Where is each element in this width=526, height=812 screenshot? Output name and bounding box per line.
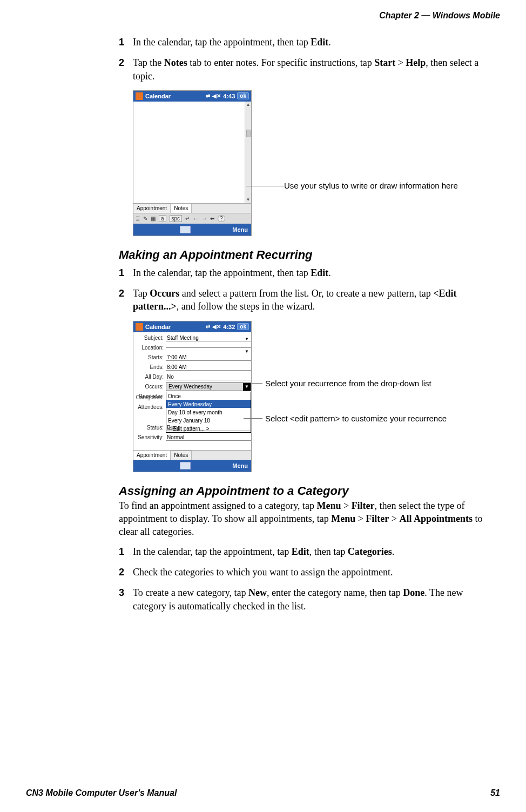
field-ends: Ends: 8:00 AM [133, 363, 251, 372]
step-text: To create a new category, tap New, enter… [133, 586, 495, 613]
step-text: In the calendar, tap the appointment, th… [133, 266, 495, 279]
occurs-value: Every Wednesday ▼ [166, 382, 251, 391]
figure-form-screenshot: Calendar ⇄ ◀✕ 4:32 ok Subject: Staff Mee… [133, 321, 495, 472]
occurs-option-selected: Every Wednesday [166, 400, 251, 408]
volume-icon: ◀✕ [212, 324, 221, 330]
list-item: 3 To create a new category, tap New, ent… [119, 586, 495, 613]
callout-leader-line [246, 186, 284, 186]
keyboard-icon [180, 462, 191, 469]
status-value: Busy [166, 425, 251, 431]
ok-button: ok [237, 92, 249, 99]
appointment-form: Subject: Staff Meeting▼ Location: ▼ Star… [133, 332, 251, 450]
tab-bar: Appointment Notes [133, 203, 251, 213]
vertical-scrollbar: ▲ ▼ [245, 102, 251, 203]
clock-time: 4:43 [223, 93, 235, 99]
sip-left-icon: ← [193, 216, 198, 222]
list-item: 1 In the calendar, tap the appointment, … [119, 545, 495, 558]
location-value: ▼ [166, 347, 251, 348]
callout-text: Select <edit pattern> to customize your … [265, 414, 447, 423]
occurs-option: Every January 18 [166, 416, 251, 424]
menu-softkey: Menu [232, 226, 248, 233]
menu-softkey: Menu [232, 462, 248, 469]
step-number: 2 [119, 287, 133, 313]
intro-step-list: 1 In the calendar, tap the appointment, … [119, 36, 495, 83]
sip-enter-icon: ↵ [185, 216, 190, 222]
pda-softkey-bar: Menu [133, 224, 251, 236]
field-occurs: Occurs: Every Wednesday ▼ [133, 382, 251, 392]
dropdown-button-icon: ▼ [243, 383, 251, 391]
tab-appointment: Appointment [133, 451, 171, 460]
pda-device: Calendar ⇄ ◀✕ 4:32 ok Subject: Staff Mee… [133, 321, 252, 472]
heading-recurring: Making an Appointment Recurring [119, 248, 495, 262]
sensitivity-value: Normal [166, 434, 251, 441]
connectivity-icon: ⇄ [206, 93, 210, 99]
step-text: In the calendar, tap the appointment, th… [133, 36, 495, 49]
scroll-down-icon: ▼ [246, 197, 251, 203]
ok-button: ok [237, 323, 249, 330]
tab-notes: Notes [171, 451, 192, 460]
keyboard-icon [180, 226, 191, 233]
notes-drawing-surface [133, 102, 245, 203]
step-number: 3 [119, 586, 133, 613]
step-number: 2 [119, 566, 133, 579]
sip-pen-icon: ✎ [143, 216, 147, 222]
sip-grid-icon: ▦ [151, 216, 156, 222]
sip-spc-key: spc [170, 215, 183, 222]
callout-leader-line [244, 418, 262, 419]
manual-title: CN3 Mobile Computer User's Manual [26, 788, 177, 798]
subject-value: Staff Meeting▼ [166, 335, 251, 341]
tab-bar: Appointment Notes [133, 450, 251, 460]
pda-softkey-bar: Menu [133, 460, 251, 472]
sip-toolbar: ≣ ✎ ▦ a spc ↵ ← → ⬅ ? [133, 213, 251, 224]
allday-value: No [166, 374, 251, 380]
callout-text: Select your recurrence from the drop-dow… [265, 379, 431, 388]
occurs-option: Once [166, 392, 251, 400]
step-text: Check the categories to which you want t… [133, 566, 495, 579]
callout-text: Use your stylus to write or draw informa… [284, 181, 458, 190]
step-number: 1 [119, 545, 133, 558]
field-starts: Starts: 7:00 AM [133, 353, 251, 363]
step-number: 2 [119, 56, 133, 83]
sip-help-icon: ? [218, 215, 225, 222]
step-text: In the calendar, tap the appointment, ta… [133, 545, 495, 558]
list-item: 1 In the calendar, tap the appointment, … [119, 36, 495, 49]
list-item: 2 Check the categories to which you want… [119, 566, 495, 579]
dropdown-caret-icon: ▼ [245, 337, 249, 341]
sip-a-key: a [159, 215, 166, 222]
dropdown-caret-icon: ▼ [245, 349, 249, 354]
app-title: Calendar [145, 93, 171, 99]
field-subject: Subject: Staff Meeting▼ [133, 333, 251, 343]
page-number: 51 [490, 788, 500, 798]
clock-time: 4:32 [223, 324, 235, 330]
volume-icon: ◀✕ [212, 93, 221, 99]
sip-right-icon: → [201, 216, 207, 222]
start-flag-icon [136, 323, 143, 331]
app-title: Calendar [145, 324, 171, 330]
scroll-up-icon: ▲ [246, 102, 251, 108]
category-intro-paragraph: To find an appointment assigned to a cat… [119, 499, 495, 539]
heading-category: Assigning an Appointment to a Category [119, 484, 495, 498]
step-number: 1 [119, 266, 133, 279]
tab-notes: Notes [171, 204, 192, 213]
field-location: Location: ▼ [133, 343, 251, 353]
step-text: Tap the Notes tab to enter notes. For sp… [133, 56, 495, 83]
list-item: 2 Tap Occurs and select a pattern from t… [119, 287, 495, 313]
category-step-list: 1 In the calendar, tap the appointment, … [119, 545, 495, 613]
step-number: 1 [119, 36, 133, 49]
step-text: Tap Occurs and select a pattern from the… [133, 287, 495, 313]
pda-titlebar: Calendar ⇄ ◀✕ 4:43 ok [133, 91, 251, 102]
tab-appointment: Appointment [133, 204, 171, 213]
scroll-thumb [246, 130, 251, 137]
figure-notes-screenshot: Calendar ⇄ ◀✕ 4:43 ok ▲ ▼ Appoint [133, 90, 495, 236]
ends-value: 8:00 AM [166, 364, 251, 371]
starts-value: 7:00 AM [166, 354, 251, 361]
field-sensitivity: Sensitivity: Normal [133, 433, 251, 442]
start-flag-icon [136, 92, 143, 100]
chapter-header: Chapter 2 — Windows Mobile [26, 11, 500, 21]
callout-leader-line [252, 383, 262, 384]
field-allday: All Day: No [133, 372, 251, 382]
list-item: 1 In the calendar, tap the appointment, … [119, 266, 495, 279]
sip-back-icon: ⬅ [210, 216, 214, 222]
recurring-step-list: 1 In the calendar, tap the appointment, … [119, 266, 495, 313]
sip-list-icon: ≣ [136, 216, 140, 222]
